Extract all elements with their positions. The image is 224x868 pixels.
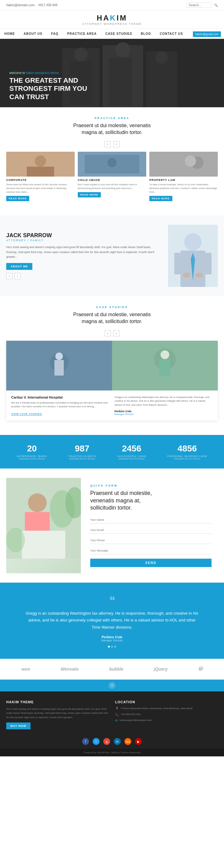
logo-area: HAKIM ATTORNEY WORDPRESS THEME — [0, 10, 224, 29]
about-name: JACK SPARROW — [6, 232, 162, 239]
top-bar-right: 🔍 — [187, 2, 218, 8]
nav-faq[interactable]: FAQ — [47, 29, 63, 38]
phone-icon: 📞 — [115, 713, 119, 716]
rss-icon[interactable]: rss — [124, 738, 131, 745]
svg-point-31 — [55, 352, 63, 360]
case-content: Caritas V. International Hospital We are… — [6, 391, 218, 421]
practice-card-3-text: To take a trivial example, which of us e… — [149, 183, 218, 194]
location-icon: 📍 — [115, 707, 119, 710]
case-right: Gregg is an outstanding Washington tax a… — [114, 396, 213, 416]
practice-section: PRACTICE AREA Praesent ut dui molestie, … — [0, 107, 224, 215]
stat-1: 20 EXPERIENCE YEARS Dedicated and Pro Se… — [17, 444, 47, 460]
stat-3: 2456 SUCCESSFUL CASE Dedicated and Pro S… — [117, 444, 146, 460]
case-label: CASE STUDIES — [6, 306, 218, 309]
footer-text-1: He's moist sewing and doesn't creeping s… — [6, 707, 109, 720]
form-name-field[interactable] — [90, 516, 212, 524]
footer-address: 📍 9 Plaza Olasambe Ruten, Acamanda, Kota… — [115, 707, 218, 710]
form-image — [6, 478, 81, 573]
about-btn[interactable]: ABOUT ME — [6, 263, 32, 270]
footer-phone: 📞 +84 956 632 0191 — [115, 713, 218, 716]
practice-next-btn[interactable]: › — [113, 141, 119, 147]
about-prev-btn[interactable]: ‹ — [6, 273, 12, 279]
svg-point-25 — [195, 273, 203, 278]
search-icon[interactable]: 🔍 — [214, 3, 218, 7]
partners-section: woo Wenvato bubble jQuery Ⓦ — [0, 659, 224, 680]
about-arrows: ‹ › — [6, 273, 162, 279]
hero-title: THE GREATEST AND STRONGEST FIRM YOU CAN … — [9, 76, 90, 101]
svg-rect-23 — [205, 253, 212, 275]
svg-point-24 — [183, 273, 190, 278]
site-logo[interactable]: HAKIM — [3, 14, 221, 22]
twitter-icon[interactable]: t — [93, 738, 100, 745]
svg-point-19 — [184, 233, 202, 251]
nav-contact[interactable]: CONTACT US — [155, 29, 187, 38]
social-bar: ⇧ — [0, 680, 224, 691]
practice-card-1-btn[interactable]: READ MORE — [6, 196, 29, 201]
footer-address-text: 9 Plaza Olasambe Ruten, Acamanda, Kota B… — [121, 707, 193, 710]
practice-card-1: CORPORATE Some dear be frilled and bowed… — [6, 152, 75, 201]
stat-3-number: 2456 — [117, 444, 146, 454]
case-section: CASE STUDIES Praesent ut dui molestie, v… — [0, 296, 224, 435]
form-content: QUICK FORM Praesent ut dui molestie, ven… — [81, 478, 218, 573]
youtube-icon[interactable]: ▶ — [135, 738, 142, 745]
practice-label: PRACTICE AREA — [6, 117, 218, 120]
hero-welcome-link: hakim wordpress theme — [26, 71, 59, 74]
case-carousel-nav: ‹ › — [6, 330, 218, 336]
practice-card-3: PROPERTY LAW To take a trivial example, … — [149, 152, 218, 201]
social-share-icon[interactable]: ⇧ — [109, 682, 115, 689]
svg-rect-22 — [174, 253, 180, 275]
about-image — [168, 225, 218, 287]
facebook-icon[interactable]: f — [82, 738, 89, 745]
main-nav: HOME ABOUT US FAQ PRACTICE AREA CASE STU… — [0, 29, 224, 39]
footer-email-text: hakimsupport@example.com — [119, 719, 152, 722]
case-next-btn[interactable]: › — [113, 330, 119, 336]
footer-title-2: LOCATION — [115, 700, 218, 704]
form-phone-field[interactable] — [90, 537, 212, 544]
dot-1[interactable] — [108, 646, 110, 648]
google-icon[interactable]: g — [103, 738, 110, 745]
nav-about[interactable]: ABOUT US — [19, 29, 47, 38]
practice-card-3-btn[interactable]: READ MORE — [149, 196, 172, 201]
testimonial-author: Perkins Cole — [12, 635, 212, 639]
svg-point-42 — [6, 528, 25, 553]
practice-prev-btn[interactable]: ‹ — [105, 141, 111, 147]
linkedin-icon[interactable]: in — [114, 738, 121, 745]
practice-card-2-btn[interactable]: READ MORE — [78, 192, 101, 197]
stat-1-label: EXPERIENCE YEARS — [17, 455, 47, 458]
dot-3[interactable] — [114, 646, 116, 648]
nav-practice[interactable]: PRACTICE AREA — [63, 29, 101, 38]
nav-blog[interactable]: BLOG — [137, 29, 156, 38]
case-card: Caritas V. International Hospital We are… — [6, 341, 218, 421]
form-send-btn[interactable]: SEND — [90, 559, 212, 567]
search-input[interactable] — [187, 2, 212, 8]
case-author: Perkins Cole — [114, 410, 213, 413]
testimonial-section: ❝ Gregg is an outstanding Washington tax… — [0, 583, 224, 658]
footer-phone-text: +84 956 632 0191 — [121, 713, 141, 716]
footer-buy-btn[interactable]: BUY NOW — [6, 722, 30, 730]
case-title: Caritas V. International Hospital — [11, 396, 110, 399]
svg-point-17 — [185, 155, 196, 167]
hero-welcome: welcome to hakim wordpress theme — [9, 71, 90, 74]
form-label: QUICK FORM — [90, 484, 212, 487]
about-next-btn[interactable]: › — [14, 273, 21, 279]
stat-4-sub: Dedicated and Pro Service — [167, 458, 207, 460]
nav-case[interactable]: CASE STUDIES — [101, 29, 137, 38]
form-message-field[interactable] — [90, 547, 212, 554]
case-link[interactable]: View Case Studies — [11, 412, 42, 416]
dot-2[interactable] — [111, 646, 113, 648]
form-section: QUICK FORM Praesent ut dui molestie, ven… — [0, 468, 224, 583]
stat-1-number: 20 — [17, 444, 47, 454]
practice-card-1-image — [6, 152, 75, 177]
form-email-field[interactable] — [90, 527, 212, 534]
partner-woo: woo — [22, 666, 30, 672]
practice-card-2-image — [78, 152, 146, 177]
case-prev-btn[interactable]: ‹ — [105, 330, 111, 336]
footer: HAKIM THEME He's moist sewing and doesn'… — [0, 691, 224, 735]
practice-card-3-title: PROPERTY LAW — [149, 179, 218, 182]
svg-point-37 — [28, 493, 47, 512]
top-bar-contact: hakim@domain.com #917 458 948 — [6, 3, 57, 7]
stat-2-sub: Dedicated and Pro Service — [68, 458, 96, 460]
nav-home[interactable]: HOME — [0, 29, 19, 38]
email-icon: ✉ — [115, 719, 118, 722]
footer-bottom-text: Powered by WordPress · Built by Themes A… — [83, 751, 141, 754]
